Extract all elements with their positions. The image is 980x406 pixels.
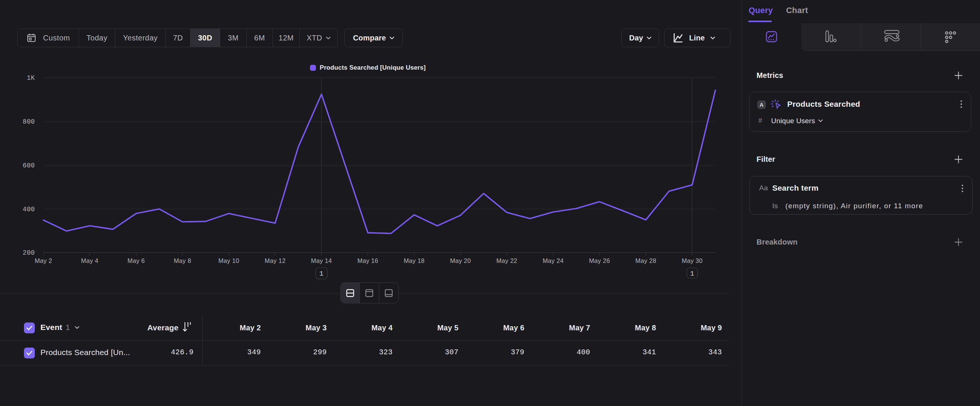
- svg-text:May 20: May 20: [450, 257, 471, 264]
- svg-text:1: 1: [690, 270, 694, 278]
- svg-text:May 10: May 10: [218, 257, 239, 264]
- svg-text:May 8: May 8: [174, 257, 191, 264]
- svg-text:1K: 1K: [27, 74, 35, 82]
- svg-text:400: 400: [23, 205, 35, 213]
- svg-text:800: 800: [23, 118, 35, 126]
- svg-text:May 18: May 18: [404, 257, 425, 264]
- svg-text:May 4: May 4: [81, 257, 99, 264]
- svg-text:May 12: May 12: [265, 257, 286, 264]
- svg-text:May 26: May 26: [589, 257, 610, 264]
- svg-text:May 24: May 24: [543, 257, 564, 264]
- svg-text:200: 200: [23, 249, 35, 256]
- svg-text:1: 1: [319, 270, 323, 278]
- svg-text:May 14: May 14: [311, 257, 332, 264]
- svg-text:May 30: May 30: [682, 257, 703, 264]
- svg-text:May 6: May 6: [127, 257, 145, 264]
- svg-text:May 28: May 28: [635, 257, 656, 264]
- svg-text:May 22: May 22: [496, 257, 517, 264]
- svg-text:May 16: May 16: [358, 257, 379, 264]
- svg-text:600: 600: [23, 162, 35, 169]
- svg-text:May 2: May 2: [35, 257, 52, 264]
